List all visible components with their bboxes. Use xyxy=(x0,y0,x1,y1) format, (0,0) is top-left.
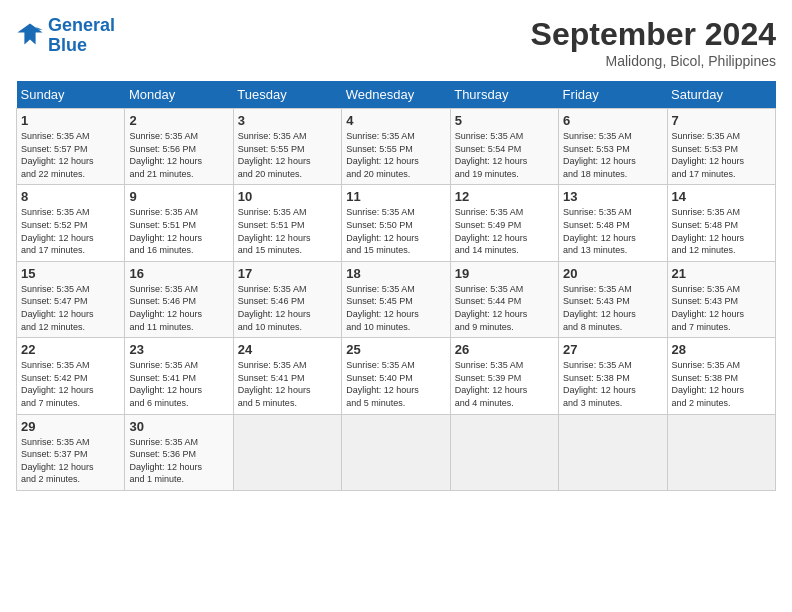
logo-bird-icon xyxy=(16,20,44,48)
day-info: Sunrise: 5:35 AMSunset: 5:45 PMDaylight:… xyxy=(346,283,445,333)
day-number: 6 xyxy=(563,113,662,128)
calendar-header-row: Sunday Monday Tuesday Wednesday Thursday… xyxy=(17,81,776,109)
col-friday: Friday xyxy=(559,81,667,109)
col-tuesday: Tuesday xyxy=(233,81,341,109)
day-number: 29 xyxy=(21,419,120,434)
day-info: Sunrise: 5:35 AMSunset: 5:41 PMDaylight:… xyxy=(129,359,228,409)
day-info: Sunrise: 5:35 AMSunset: 5:38 PMDaylight:… xyxy=(672,359,771,409)
col-wednesday: Wednesday xyxy=(342,81,450,109)
logo: General Blue xyxy=(16,16,115,56)
day-number: 11 xyxy=(346,189,445,204)
calendar-cell: 9Sunrise: 5:35 AMSunset: 5:51 PMDaylight… xyxy=(125,185,233,261)
day-info: Sunrise: 5:35 AMSunset: 5:56 PMDaylight:… xyxy=(129,130,228,180)
calendar-cell: 18Sunrise: 5:35 AMSunset: 5:45 PMDayligh… xyxy=(342,261,450,337)
calendar-cell: 19Sunrise: 5:35 AMSunset: 5:44 PMDayligh… xyxy=(450,261,558,337)
day-number: 2 xyxy=(129,113,228,128)
day-info: Sunrise: 5:35 AMSunset: 5:54 PMDaylight:… xyxy=(455,130,554,180)
calendar-cell: 13Sunrise: 5:35 AMSunset: 5:48 PMDayligh… xyxy=(559,185,667,261)
day-info: Sunrise: 5:35 AMSunset: 5:39 PMDaylight:… xyxy=(455,359,554,409)
day-info: Sunrise: 5:35 AMSunset: 5:46 PMDaylight:… xyxy=(129,283,228,333)
calendar-cell: 16Sunrise: 5:35 AMSunset: 5:46 PMDayligh… xyxy=(125,261,233,337)
calendar-cell: 3Sunrise: 5:35 AMSunset: 5:55 PMDaylight… xyxy=(233,109,341,185)
calendar-cell: 1Sunrise: 5:35 AMSunset: 5:57 PMDaylight… xyxy=(17,109,125,185)
svg-marker-0 xyxy=(17,23,42,44)
day-info: Sunrise: 5:35 AMSunset: 5:49 PMDaylight:… xyxy=(455,206,554,256)
day-number: 7 xyxy=(672,113,771,128)
calendar-week-row: 8Sunrise: 5:35 AMSunset: 5:52 PMDaylight… xyxy=(17,185,776,261)
calendar-cell xyxy=(667,414,775,490)
day-info: Sunrise: 5:35 AMSunset: 5:51 PMDaylight:… xyxy=(238,206,337,256)
day-info: Sunrise: 5:35 AMSunset: 5:48 PMDaylight:… xyxy=(672,206,771,256)
calendar-cell: 30Sunrise: 5:35 AMSunset: 5:36 PMDayligh… xyxy=(125,414,233,490)
day-number: 17 xyxy=(238,266,337,281)
day-number: 8 xyxy=(21,189,120,204)
day-number: 13 xyxy=(563,189,662,204)
col-monday: Monday xyxy=(125,81,233,109)
day-info: Sunrise: 5:35 AMSunset: 5:40 PMDaylight:… xyxy=(346,359,445,409)
page-header: General Blue September 2024 Malidong, Bi… xyxy=(16,16,776,69)
calendar-cell: 15Sunrise: 5:35 AMSunset: 5:47 PMDayligh… xyxy=(17,261,125,337)
day-number: 14 xyxy=(672,189,771,204)
day-number: 19 xyxy=(455,266,554,281)
calendar-week-row: 15Sunrise: 5:35 AMSunset: 5:47 PMDayligh… xyxy=(17,261,776,337)
day-info: Sunrise: 5:35 AMSunset: 5:53 PMDaylight:… xyxy=(563,130,662,180)
day-number: 21 xyxy=(672,266,771,281)
calendar-cell: 4Sunrise: 5:35 AMSunset: 5:55 PMDaylight… xyxy=(342,109,450,185)
day-number: 30 xyxy=(129,419,228,434)
month-year-title: September 2024 xyxy=(531,16,776,53)
calendar-cell: 12Sunrise: 5:35 AMSunset: 5:49 PMDayligh… xyxy=(450,185,558,261)
calendar-cell: 25Sunrise: 5:35 AMSunset: 5:40 PMDayligh… xyxy=(342,338,450,414)
day-info: Sunrise: 5:35 AMSunset: 5:43 PMDaylight:… xyxy=(672,283,771,333)
calendar-cell: 2Sunrise: 5:35 AMSunset: 5:56 PMDaylight… xyxy=(125,109,233,185)
calendar-cell xyxy=(233,414,341,490)
day-number: 1 xyxy=(21,113,120,128)
col-thursday: Thursday xyxy=(450,81,558,109)
calendar-cell: 23Sunrise: 5:35 AMSunset: 5:41 PMDayligh… xyxy=(125,338,233,414)
calendar-cell xyxy=(559,414,667,490)
day-number: 3 xyxy=(238,113,337,128)
day-info: Sunrise: 5:35 AMSunset: 5:36 PMDaylight:… xyxy=(129,436,228,486)
day-info: Sunrise: 5:35 AMSunset: 5:38 PMDaylight:… xyxy=(563,359,662,409)
calendar-cell xyxy=(342,414,450,490)
calendar-cell: 11Sunrise: 5:35 AMSunset: 5:50 PMDayligh… xyxy=(342,185,450,261)
day-number: 27 xyxy=(563,342,662,357)
day-info: Sunrise: 5:35 AMSunset: 5:46 PMDaylight:… xyxy=(238,283,337,333)
calendar-cell xyxy=(450,414,558,490)
day-number: 9 xyxy=(129,189,228,204)
col-saturday: Saturday xyxy=(667,81,775,109)
location-subtitle: Malidong, Bicol, Philippines xyxy=(531,53,776,69)
calendar-cell: 20Sunrise: 5:35 AMSunset: 5:43 PMDayligh… xyxy=(559,261,667,337)
calendar-cell: 22Sunrise: 5:35 AMSunset: 5:42 PMDayligh… xyxy=(17,338,125,414)
day-number: 22 xyxy=(21,342,120,357)
day-number: 12 xyxy=(455,189,554,204)
calendar-cell: 29Sunrise: 5:35 AMSunset: 5:37 PMDayligh… xyxy=(17,414,125,490)
day-info: Sunrise: 5:35 AMSunset: 5:48 PMDaylight:… xyxy=(563,206,662,256)
day-info: Sunrise: 5:35 AMSunset: 5:51 PMDaylight:… xyxy=(129,206,228,256)
day-number: 28 xyxy=(672,342,771,357)
day-number: 23 xyxy=(129,342,228,357)
day-info: Sunrise: 5:35 AMSunset: 5:44 PMDaylight:… xyxy=(455,283,554,333)
day-number: 25 xyxy=(346,342,445,357)
day-number: 5 xyxy=(455,113,554,128)
calendar-cell: 27Sunrise: 5:35 AMSunset: 5:38 PMDayligh… xyxy=(559,338,667,414)
calendar-week-row: 22Sunrise: 5:35 AMSunset: 5:42 PMDayligh… xyxy=(17,338,776,414)
calendar-week-row: 29Sunrise: 5:35 AMSunset: 5:37 PMDayligh… xyxy=(17,414,776,490)
day-info: Sunrise: 5:35 AMSunset: 5:42 PMDaylight:… xyxy=(21,359,120,409)
calendar-cell: 14Sunrise: 5:35 AMSunset: 5:48 PMDayligh… xyxy=(667,185,775,261)
calendar-cell: 17Sunrise: 5:35 AMSunset: 5:46 PMDayligh… xyxy=(233,261,341,337)
calendar-cell: 21Sunrise: 5:35 AMSunset: 5:43 PMDayligh… xyxy=(667,261,775,337)
day-number: 26 xyxy=(455,342,554,357)
calendar-cell: 26Sunrise: 5:35 AMSunset: 5:39 PMDayligh… xyxy=(450,338,558,414)
day-info: Sunrise: 5:35 AMSunset: 5:52 PMDaylight:… xyxy=(21,206,120,256)
day-number: 18 xyxy=(346,266,445,281)
day-info: Sunrise: 5:35 AMSunset: 5:43 PMDaylight:… xyxy=(563,283,662,333)
calendar-week-row: 1Sunrise: 5:35 AMSunset: 5:57 PMDaylight… xyxy=(17,109,776,185)
day-info: Sunrise: 5:35 AMSunset: 5:47 PMDaylight:… xyxy=(21,283,120,333)
calendar-cell: 10Sunrise: 5:35 AMSunset: 5:51 PMDayligh… xyxy=(233,185,341,261)
day-number: 16 xyxy=(129,266,228,281)
title-area: September 2024 Malidong, Bicol, Philippi… xyxy=(531,16,776,69)
calendar-cell: 24Sunrise: 5:35 AMSunset: 5:41 PMDayligh… xyxy=(233,338,341,414)
day-number: 24 xyxy=(238,342,337,357)
calendar-cell: 7Sunrise: 5:35 AMSunset: 5:53 PMDaylight… xyxy=(667,109,775,185)
day-info: Sunrise: 5:35 AMSunset: 5:55 PMDaylight:… xyxy=(346,130,445,180)
